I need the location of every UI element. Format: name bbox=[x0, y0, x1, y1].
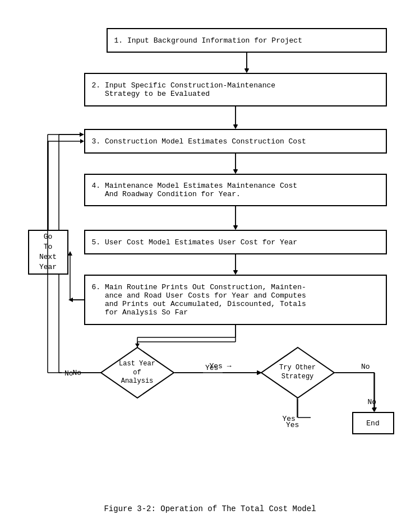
box5: 5. User Cost Model Estimates User Cost f… bbox=[84, 230, 387, 254]
box4: 4. Maintenance Model Estimates Maintenan… bbox=[84, 174, 387, 206]
goto-next-year-box: GoToNextYear bbox=[28, 230, 68, 275]
label-no: No bbox=[73, 369, 82, 377]
svg-marker-52 bbox=[68, 298, 73, 302]
svg-marker-1 bbox=[244, 68, 249, 73]
svg-marker-22 bbox=[372, 407, 377, 412]
svg-marker-26 bbox=[68, 251, 72, 256]
svg-marker-7 bbox=[233, 225, 238, 230]
flowchart: 1. Input Background Information for Proj… bbox=[17, 22, 404, 493]
svg-marker-3 bbox=[233, 124, 238, 129]
end-box: End bbox=[352, 412, 394, 434]
svg-marker-32 bbox=[244, 69, 249, 73]
svg-marker-40 bbox=[233, 271, 238, 275]
box3: 3. Construction Model Estimates Construc… bbox=[84, 129, 387, 154]
page: 1. Input Background Information for Proj… bbox=[11, 11, 409, 524]
svg-marker-50 bbox=[80, 139, 84, 143]
svg-marker-61 bbox=[372, 408, 376, 412]
svg-marker-38 bbox=[233, 226, 238, 230]
svg-marker-9 bbox=[233, 270, 238, 275]
svg-marker-29 bbox=[101, 347, 174, 398]
svg-text:No: No bbox=[64, 369, 73, 378]
label-yes-1: Yes → bbox=[210, 362, 232, 370]
diamond2-container: Try OtherStrategy bbox=[260, 346, 335, 399]
svg-marker-36 bbox=[233, 170, 238, 174]
svg-marker-17 bbox=[80, 132, 84, 137]
box2: 2. Input Specific Construction-Maintenan… bbox=[84, 73, 387, 106]
svg-marker-30 bbox=[261, 347, 334, 398]
figure-caption: Figure 3-2: Operation of The Total Cost … bbox=[104, 504, 316, 513]
svg-marker-34 bbox=[233, 125, 238, 129]
label-yes-2: Yes bbox=[283, 415, 296, 423]
diamond1-container: Last Yearof Analysis bbox=[100, 346, 175, 399]
box1: 1. Input Background Information for Proj… bbox=[107, 28, 387, 53]
svg-text:No: No bbox=[361, 363, 370, 371]
box6: 6. Main Routine Prints Out Construction,… bbox=[84, 275, 387, 325]
svg-marker-5 bbox=[233, 169, 238, 174]
label-no-2: No bbox=[368, 398, 377, 406]
